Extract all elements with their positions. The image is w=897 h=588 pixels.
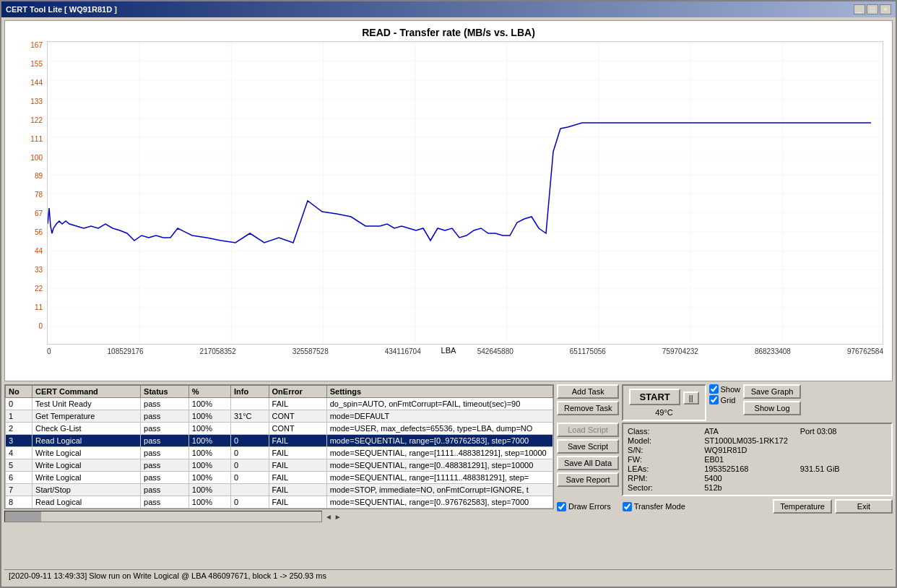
x-label: 651175056 bbox=[570, 347, 606, 355]
right-buttons-col: Save Graph Show Log bbox=[743, 384, 801, 415]
cell-info: 0 bbox=[230, 447, 269, 459]
save-graph-button[interactable]: Save Graph bbox=[743, 384, 801, 399]
table-row[interactable]: 5Write Logicalpass100%0FAILmode=SEQUENTI… bbox=[6, 459, 553, 472]
x-label: 759704232 bbox=[662, 347, 698, 355]
maximize-button[interactable]: □ bbox=[867, 4, 878, 14]
draw-errors-label[interactable]: Draw Errors bbox=[557, 502, 611, 511]
svg-rect-1 bbox=[48, 42, 883, 344]
cell-info: 0 bbox=[230, 435, 269, 447]
cell-no: 1 bbox=[6, 410, 32, 423]
x-label: 0 bbox=[47, 347, 51, 355]
close-button[interactable]: × bbox=[880, 4, 891, 14]
grid-checkbox[interactable] bbox=[709, 395, 719, 405]
transfer-mode-checkbox[interactable] bbox=[623, 502, 632, 511]
cell-info bbox=[230, 484, 269, 496]
main-content: READ - Transfer rate (MB/s vs. LBA) 167 … bbox=[1, 17, 896, 587]
script-buttons: Load Script Save Script Save All Data Sa… bbox=[557, 423, 619, 496]
cell-onerror: FAIL bbox=[269, 447, 326, 459]
y-label: 22 bbox=[35, 285, 43, 293]
main-window: CERT Tool Lite [ WQ91R81D ] _ □ × READ -… bbox=[0, 0, 897, 588]
remove-task-button[interactable]: Remove Task bbox=[557, 401, 619, 415]
sector-value: 512b bbox=[704, 483, 887, 492]
cell-status: pass bbox=[141, 496, 189, 509]
cell-info: 0 bbox=[230, 472, 269, 484]
cell-pct: 100% bbox=[188, 459, 230, 472]
cell-status: pass bbox=[141, 484, 189, 496]
status-bar: [2020-09-11 13:49:33] Slow run on Write … bbox=[4, 569, 893, 584]
start-button[interactable]: START bbox=[629, 389, 680, 405]
fw-label: FW: bbox=[628, 455, 700, 464]
cell-pct: 100% bbox=[188, 496, 230, 509]
table-row[interactable]: 1Get Temperaturepass100%31°CCONTmode=DEF… bbox=[6, 410, 553, 423]
cell-no: 2 bbox=[6, 423, 32, 435]
show-checkbox[interactable] bbox=[709, 384, 719, 394]
cell-settings: mode=STOP, immediate=NO, onFmtCorrupt=IG… bbox=[326, 484, 552, 496]
cell-no: 7 bbox=[6, 484, 32, 496]
x-label: 542645880 bbox=[477, 347, 514, 355]
table-row[interactable]: 6Write Logicalpass100%0FAILmode=SEQUENTI… bbox=[6, 472, 553, 484]
cell-cmd: Check G-List bbox=[32, 423, 141, 435]
graph-area: READ - Transfer rate (MB/s vs. LBA) 167 … bbox=[4, 20, 893, 381]
cell-onerror: CONT bbox=[269, 423, 326, 435]
cell-no: 0 bbox=[6, 398, 32, 410]
table-row[interactable]: 4Write Logicalpass100%0FAILmode=SEQUENTI… bbox=[6, 447, 553, 459]
show-label: Show bbox=[721, 385, 741, 394]
cell-info bbox=[230, 398, 269, 410]
cell-onerror: CONT bbox=[269, 410, 326, 423]
cell-onerror: FAIL bbox=[269, 398, 326, 410]
cell-onerror: FAIL bbox=[269, 496, 326, 509]
y-label: 133 bbox=[30, 98, 43, 105]
status-text: [2020-09-11 13:49:33] Slow run on Write … bbox=[9, 571, 326, 580]
cell-cmd: Read Logical bbox=[32, 496, 141, 509]
table-row[interactable]: 8Read Logicalpass100%0FAILmode=SEQUENTIA… bbox=[6, 496, 553, 509]
save-script-button[interactable]: Save Script bbox=[557, 439, 619, 454]
cell-no: 5 bbox=[6, 459, 32, 472]
table-row[interactable]: 3Read Logicalpass100%0FAILmode=SEQUENTIA… bbox=[6, 435, 553, 447]
save-report-button[interactable]: Save Report bbox=[557, 472, 619, 487]
y-label: 0 bbox=[38, 322, 43, 330]
exit-button[interactable]: Exit bbox=[835, 499, 893, 514]
y-label: 167 bbox=[30, 41, 43, 49]
port-value: Port 03:08 bbox=[800, 427, 887, 436]
cell-cmd: Test Unit Ready bbox=[32, 398, 141, 410]
cell-settings: mode=SEQUENTIAL, range=[1111..488381291]… bbox=[326, 447, 552, 459]
add-task-button[interactable]: Add Task bbox=[557, 384, 619, 399]
sector-label: Sector: bbox=[628, 483, 700, 492]
cell-info bbox=[230, 423, 269, 435]
cell-cmd: Get Temperature bbox=[32, 410, 141, 423]
cell-no: 6 bbox=[6, 472, 32, 484]
y-label: 67 bbox=[35, 209, 43, 217]
temperature-button[interactable]: Temperature bbox=[773, 499, 832, 514]
cell-info: 31°C bbox=[230, 410, 269, 423]
right-panel: Add Task Remove Task START || 49°C S bbox=[557, 384, 893, 569]
cell-settings: mode=USER, max_defects=65536, type=LBA, … bbox=[326, 423, 552, 435]
x-label: 868233408 bbox=[755, 347, 791, 355]
draw-errors-checkbox[interactable] bbox=[557, 502, 566, 511]
cell-cmd: Write Logical bbox=[32, 447, 141, 459]
minimize-button[interactable]: _ bbox=[854, 4, 865, 14]
show-log-button[interactable]: Show Log bbox=[743, 401, 801, 415]
save-all-data-button[interactable]: Save All Data bbox=[557, 456, 619, 470]
cell-settings: mode=SEQUENTIAL, range=[0..976762583], s… bbox=[326, 435, 552, 447]
x-label: 325587528 bbox=[292, 347, 329, 355]
cell-status: pass bbox=[141, 472, 189, 484]
cell-status: pass bbox=[141, 423, 189, 435]
table-row[interactable]: 0Test Unit Readypass100%FAILdo_spin=AUTO… bbox=[6, 398, 553, 410]
load-script-button[interactable]: Load Script bbox=[557, 423, 619, 437]
cell-cmd: Write Logical bbox=[32, 459, 141, 472]
show-checkbox-label[interactable]: Show bbox=[709, 384, 741, 394]
device-info-grid: Class: ATA Port 03:08 Model: ST1000LM035… bbox=[628, 427, 887, 492]
x-label: 976762584 bbox=[847, 347, 883, 355]
table-scroll[interactable]: No CERT Command Status % Info OnError Se… bbox=[4, 384, 554, 509]
cell-onerror: FAIL bbox=[269, 459, 326, 472]
cell-settings: mode=SEQUENTIAL, range=[11111..488381291… bbox=[326, 472, 552, 484]
x-label: 108529176 bbox=[108, 347, 144, 355]
cell-cmd: Read Logical bbox=[32, 435, 141, 447]
grid-checkbox-label[interactable]: Grid bbox=[709, 395, 741, 405]
table-row[interactable]: 7Start/Stoppass100%FAILmode=STOP, immedi… bbox=[6, 484, 553, 496]
table-row[interactable]: 2Check G-Listpass100%CONTmode=USER, max_… bbox=[6, 423, 553, 435]
transfer-mode-label[interactable]: Transfer Mode bbox=[623, 502, 685, 511]
pause-button[interactable]: || bbox=[683, 392, 699, 405]
rpm-value: 5400 bbox=[704, 474, 887, 483]
col-header-pct: % bbox=[188, 386, 230, 398]
